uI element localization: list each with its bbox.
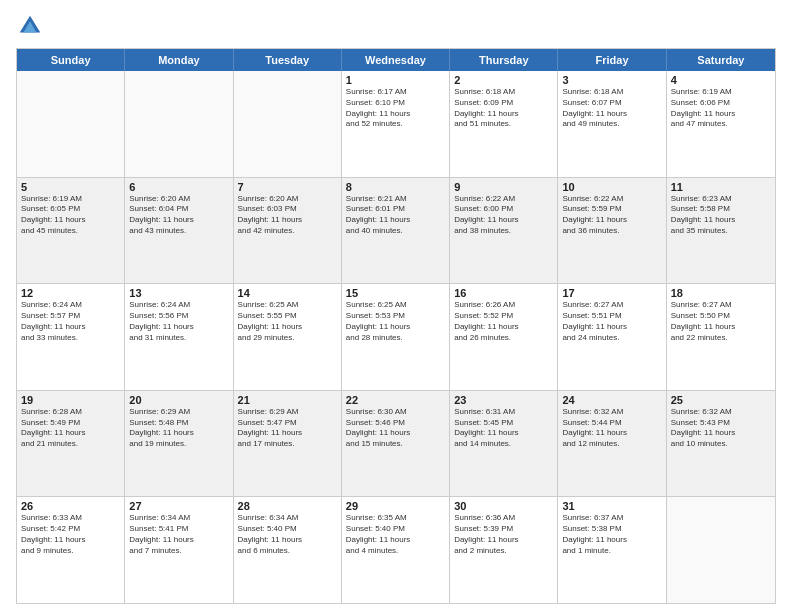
cell-info: Sunrise: 6:27 AMSunset: 5:50 PMDaylight:… <box>671 300 771 343</box>
day-number: 11 <box>671 181 771 193</box>
calendar-cell: 5Sunrise: 6:19 AMSunset: 6:05 PMDaylight… <box>17 178 125 284</box>
cell-info: Sunrise: 6:25 AMSunset: 5:53 PMDaylight:… <box>346 300 445 343</box>
day-number: 25 <box>671 394 771 406</box>
day-number: 4 <box>671 74 771 86</box>
calendar-cell <box>234 71 342 177</box>
weekday-header: Saturday <box>667 49 775 71</box>
cell-info: Sunrise: 6:37 AMSunset: 5:38 PMDaylight:… <box>562 513 661 556</box>
calendar-cell: 21Sunrise: 6:29 AMSunset: 5:47 PMDayligh… <box>234 391 342 497</box>
calendar-cell: 14Sunrise: 6:25 AMSunset: 5:55 PMDayligh… <box>234 284 342 390</box>
weekday-header: Friday <box>558 49 666 71</box>
cell-info: Sunrise: 6:17 AMSunset: 6:10 PMDaylight:… <box>346 87 445 130</box>
logo <box>16 12 48 40</box>
calendar-cell: 26Sunrise: 6:33 AMSunset: 5:42 PMDayligh… <box>17 497 125 603</box>
cell-info: Sunrise: 6:34 AMSunset: 5:40 PMDaylight:… <box>238 513 337 556</box>
day-number: 12 <box>21 287 120 299</box>
calendar-cell: 9Sunrise: 6:22 AMSunset: 6:00 PMDaylight… <box>450 178 558 284</box>
day-number: 31 <box>562 500 661 512</box>
calendar-cell <box>125 71 233 177</box>
day-number: 9 <box>454 181 553 193</box>
calendar-cell: 22Sunrise: 6:30 AMSunset: 5:46 PMDayligh… <box>342 391 450 497</box>
day-number: 13 <box>129 287 228 299</box>
day-number: 27 <box>129 500 228 512</box>
cell-info: Sunrise: 6:20 AMSunset: 6:03 PMDaylight:… <box>238 194 337 237</box>
cell-info: Sunrise: 6:18 AMSunset: 6:09 PMDaylight:… <box>454 87 553 130</box>
calendar-cell: 8Sunrise: 6:21 AMSunset: 6:01 PMDaylight… <box>342 178 450 284</box>
calendar-cell: 2Sunrise: 6:18 AMSunset: 6:09 PMDaylight… <box>450 71 558 177</box>
cell-info: Sunrise: 6:34 AMSunset: 5:41 PMDaylight:… <box>129 513 228 556</box>
day-number: 8 <box>346 181 445 193</box>
calendar-header: SundayMondayTuesdayWednesdayThursdayFrid… <box>17 49 775 71</box>
calendar-cell: 31Sunrise: 6:37 AMSunset: 5:38 PMDayligh… <box>558 497 666 603</box>
day-number: 19 <box>21 394 120 406</box>
calendar-cell: 11Sunrise: 6:23 AMSunset: 5:58 PMDayligh… <box>667 178 775 284</box>
calendar-cell: 16Sunrise: 6:26 AMSunset: 5:52 PMDayligh… <box>450 284 558 390</box>
day-number: 18 <box>671 287 771 299</box>
calendar-cell: 23Sunrise: 6:31 AMSunset: 5:45 PMDayligh… <box>450 391 558 497</box>
day-number: 24 <box>562 394 661 406</box>
cell-info: Sunrise: 6:26 AMSunset: 5:52 PMDaylight:… <box>454 300 553 343</box>
calendar-cell: 24Sunrise: 6:32 AMSunset: 5:44 PMDayligh… <box>558 391 666 497</box>
cell-info: Sunrise: 6:35 AMSunset: 5:40 PMDaylight:… <box>346 513 445 556</box>
calendar-cell: 19Sunrise: 6:28 AMSunset: 5:49 PMDayligh… <box>17 391 125 497</box>
cell-info: Sunrise: 6:33 AMSunset: 5:42 PMDaylight:… <box>21 513 120 556</box>
calendar-cell: 17Sunrise: 6:27 AMSunset: 5:51 PMDayligh… <box>558 284 666 390</box>
day-number: 2 <box>454 74 553 86</box>
cell-info: Sunrise: 6:25 AMSunset: 5:55 PMDaylight:… <box>238 300 337 343</box>
cell-info: Sunrise: 6:24 AMSunset: 5:57 PMDaylight:… <box>21 300 120 343</box>
day-number: 6 <box>129 181 228 193</box>
main-container: SundayMondayTuesdayWednesdayThursdayFrid… <box>0 0 792 612</box>
day-number: 1 <box>346 74 445 86</box>
calendar-row: 1Sunrise: 6:17 AMSunset: 6:10 PMDaylight… <box>17 71 775 177</box>
calendar-row: 12Sunrise: 6:24 AMSunset: 5:57 PMDayligh… <box>17 283 775 390</box>
day-number: 5 <box>21 181 120 193</box>
weekday-header: Thursday <box>450 49 558 71</box>
calendar-row: 19Sunrise: 6:28 AMSunset: 5:49 PMDayligh… <box>17 390 775 497</box>
cell-info: Sunrise: 6:30 AMSunset: 5:46 PMDaylight:… <box>346 407 445 450</box>
calendar-cell: 29Sunrise: 6:35 AMSunset: 5:40 PMDayligh… <box>342 497 450 603</box>
day-number: 17 <box>562 287 661 299</box>
cell-info: Sunrise: 6:23 AMSunset: 5:58 PMDaylight:… <box>671 194 771 237</box>
cell-info: Sunrise: 6:29 AMSunset: 5:48 PMDaylight:… <box>129 407 228 450</box>
calendar: SundayMondayTuesdayWednesdayThursdayFrid… <box>16 48 776 604</box>
cell-info: Sunrise: 6:28 AMSunset: 5:49 PMDaylight:… <box>21 407 120 450</box>
cell-info: Sunrise: 6:36 AMSunset: 5:39 PMDaylight:… <box>454 513 553 556</box>
calendar-cell <box>17 71 125 177</box>
cell-info: Sunrise: 6:27 AMSunset: 5:51 PMDaylight:… <box>562 300 661 343</box>
calendar-cell: 28Sunrise: 6:34 AMSunset: 5:40 PMDayligh… <box>234 497 342 603</box>
cell-info: Sunrise: 6:20 AMSunset: 6:04 PMDaylight:… <box>129 194 228 237</box>
day-number: 22 <box>346 394 445 406</box>
day-number: 28 <box>238 500 337 512</box>
day-number: 10 <box>562 181 661 193</box>
cell-info: Sunrise: 6:19 AMSunset: 6:06 PMDaylight:… <box>671 87 771 130</box>
weekday-header: Monday <box>125 49 233 71</box>
day-number: 14 <box>238 287 337 299</box>
day-number: 3 <box>562 74 661 86</box>
day-number: 16 <box>454 287 553 299</box>
day-number: 21 <box>238 394 337 406</box>
calendar-cell: 6Sunrise: 6:20 AMSunset: 6:04 PMDaylight… <box>125 178 233 284</box>
weekday-header: Wednesday <box>342 49 450 71</box>
header <box>16 12 776 40</box>
calendar-cell: 25Sunrise: 6:32 AMSunset: 5:43 PMDayligh… <box>667 391 775 497</box>
calendar-cell: 1Sunrise: 6:17 AMSunset: 6:10 PMDaylight… <box>342 71 450 177</box>
cell-info: Sunrise: 6:19 AMSunset: 6:05 PMDaylight:… <box>21 194 120 237</box>
calendar-body: 1Sunrise: 6:17 AMSunset: 6:10 PMDaylight… <box>17 71 775 603</box>
cell-info: Sunrise: 6:31 AMSunset: 5:45 PMDaylight:… <box>454 407 553 450</box>
day-number: 7 <box>238 181 337 193</box>
calendar-cell: 7Sunrise: 6:20 AMSunset: 6:03 PMDaylight… <box>234 178 342 284</box>
day-number: 29 <box>346 500 445 512</box>
calendar-cell <box>667 497 775 603</box>
calendar-cell: 12Sunrise: 6:24 AMSunset: 5:57 PMDayligh… <box>17 284 125 390</box>
calendar-cell: 13Sunrise: 6:24 AMSunset: 5:56 PMDayligh… <box>125 284 233 390</box>
day-number: 30 <box>454 500 553 512</box>
calendar-cell: 18Sunrise: 6:27 AMSunset: 5:50 PMDayligh… <box>667 284 775 390</box>
calendar-cell: 3Sunrise: 6:18 AMSunset: 6:07 PMDaylight… <box>558 71 666 177</box>
calendar-cell: 10Sunrise: 6:22 AMSunset: 5:59 PMDayligh… <box>558 178 666 284</box>
calendar-cell: 27Sunrise: 6:34 AMSunset: 5:41 PMDayligh… <box>125 497 233 603</box>
day-number: 23 <box>454 394 553 406</box>
day-number: 15 <box>346 287 445 299</box>
cell-info: Sunrise: 6:18 AMSunset: 6:07 PMDaylight:… <box>562 87 661 130</box>
weekday-header: Tuesday <box>234 49 342 71</box>
calendar-cell: 4Sunrise: 6:19 AMSunset: 6:06 PMDaylight… <box>667 71 775 177</box>
